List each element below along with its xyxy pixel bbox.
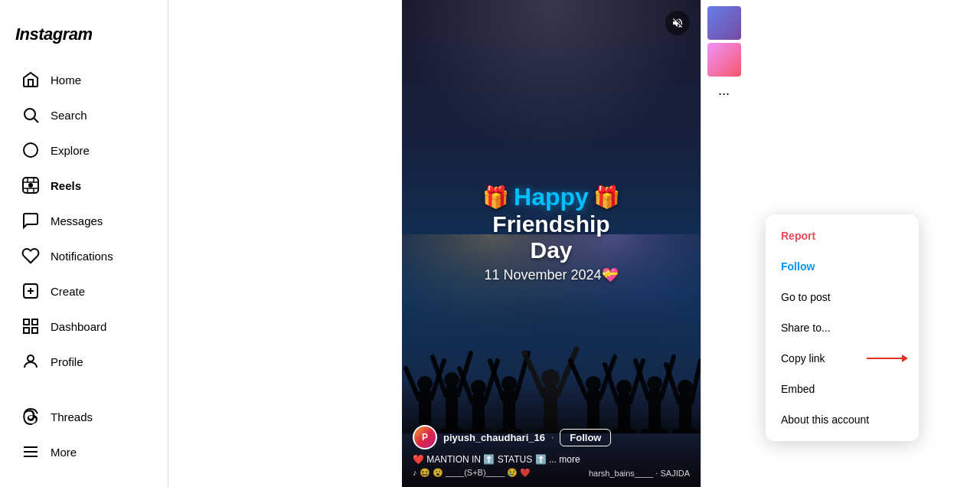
sidebar-item-dashboard[interactable]: Dashboard bbox=[6, 309, 162, 343]
svg-point-19 bbox=[28, 355, 34, 361]
svg-point-52 bbox=[586, 376, 601, 391]
sidebar-label-notifications: Notifications bbox=[51, 250, 113, 263]
sidebar-item-more[interactable]: More bbox=[6, 435, 162, 469]
app-logo: Instagram bbox=[0, 12, 168, 63]
svg-line-63 bbox=[635, 361, 648, 399]
reel-title-line3: 11 November 2024💝 bbox=[477, 266, 626, 283]
svg-point-27 bbox=[417, 376, 433, 391]
sidebar-label-more: More bbox=[51, 446, 77, 459]
svg-rect-16 bbox=[32, 319, 38, 325]
menu-item-go-to-post[interactable]: Go to post bbox=[766, 282, 919, 312]
explore-icon bbox=[21, 141, 40, 159]
reel-music-info: ♪ 😆 😮 ____(S+B)____ 😢 ❤️ bbox=[413, 468, 531, 478]
reel-caption: ❤️ MANTION IN ⬆️ STATUS ⬆️ ... more bbox=[413, 454, 690, 465]
reel-bottom: P piyush_chaudhari_16 · Follow ❤️ MANTIO… bbox=[402, 416, 701, 487]
main-content: 🎁 Happy 🎁 Friendship Day 11 November 202… bbox=[168, 0, 980, 487]
menu-item-copy-link[interactable]: Copy link bbox=[766, 343, 919, 374]
sidebar-item-explore[interactable]: Explore bbox=[6, 133, 162, 167]
copy-link-label: Copy link bbox=[781, 352, 825, 364]
emoji-left: 🎁 bbox=[482, 185, 509, 210]
sidebar-label-home: Home bbox=[51, 74, 81, 87]
reel-user-avatar: P bbox=[413, 425, 437, 449]
svg-point-47 bbox=[541, 369, 560, 387]
thumbnail-1[interactable] bbox=[707, 6, 741, 40]
sidebar-label-create: Create bbox=[51, 285, 85, 298]
reel-title-line1: 🎁 Happy 🎁 bbox=[477, 183, 626, 211]
menu-item-follow[interactable]: Follow bbox=[766, 251, 919, 282]
threads-icon bbox=[21, 407, 40, 426]
sidebar-item-search[interactable]: Search bbox=[6, 98, 162, 132]
more-options-button[interactable]: ··· bbox=[715, 83, 733, 105]
sidebar-item-profile[interactable]: Profile bbox=[6, 345, 162, 378]
emoji-right: 🎁 bbox=[593, 185, 620, 210]
sidebar-item-notifications[interactable]: Notifications bbox=[6, 239, 162, 273]
svg-rect-18 bbox=[32, 328, 38, 333]
search-icon bbox=[21, 106, 40, 124]
menu-item-embed[interactable]: Embed bbox=[766, 374, 919, 404]
date-emoji: 💝 bbox=[602, 267, 619, 283]
sidebar-label-reels: Reels bbox=[51, 179, 81, 192]
svg-marker-3 bbox=[28, 147, 34, 153]
sidebar-item-messages[interactable]: Messages bbox=[6, 204, 162, 237]
svg-line-1 bbox=[34, 119, 39, 123]
reel-right-tag: harsh_bains____ · SAJIDA bbox=[589, 469, 690, 478]
svg-line-69 bbox=[691, 361, 701, 403]
copy-link-arrow bbox=[867, 358, 903, 359]
reels-container: 🎁 Happy 🎁 Friendship Day 11 November 202… bbox=[402, 0, 701, 487]
sidebar-item-home[interactable]: Home bbox=[6, 63, 162, 96]
svg-line-64 bbox=[661, 357, 674, 399]
menu-item-share-to[interactable]: Share to... bbox=[766, 312, 919, 343]
svg-point-57 bbox=[616, 380, 632, 395]
svg-line-49 bbox=[557, 349, 577, 395]
reel-title-happy: Happy bbox=[514, 183, 589, 211]
sidebar-label-explore: Explore bbox=[51, 144, 90, 157]
thumb-image-2 bbox=[707, 43, 741, 77]
menu-item-about-account[interactable]: About this account bbox=[766, 404, 919, 435]
reels-icon bbox=[21, 176, 40, 194]
right-panel: ··· bbox=[701, 0, 746, 487]
svg-rect-17 bbox=[24, 328, 29, 333]
sidebar-item-create[interactable]: Create bbox=[6, 274, 162, 308]
svg-point-5 bbox=[28, 183, 33, 188]
reel-username: piyush_chaudhari_16 bbox=[443, 432, 545, 443]
reel-text-overlay: 🎁 Happy 🎁 Friendship Day 11 November 202… bbox=[477, 183, 626, 283]
svg-line-48 bbox=[524, 353, 544, 395]
dashboard-icon bbox=[21, 317, 40, 335]
svg-line-59 bbox=[630, 361, 643, 403]
thumb-image-1 bbox=[707, 6, 741, 40]
sidebar-item-reels[interactable]: Reels bbox=[6, 168, 162, 202]
notifications-icon bbox=[21, 247, 40, 265]
svg-point-67 bbox=[678, 380, 693, 395]
sidebar-label-threads: Threads bbox=[51, 410, 93, 423]
sidebar-label-dashboard: Dashboard bbox=[51, 320, 106, 333]
thumbnail-2[interactable] bbox=[707, 43, 741, 77]
home-icon bbox=[21, 70, 40, 89]
reel-user-row: P piyush_chaudhari_16 · Follow bbox=[413, 425, 690, 449]
svg-line-54 bbox=[599, 357, 615, 399]
sidebar-label-profile: Profile bbox=[51, 355, 83, 368]
reel-follow-button[interactable]: Follow bbox=[560, 429, 611, 446]
svg-point-62 bbox=[647, 376, 662, 391]
svg-line-28 bbox=[406, 368, 419, 399]
smoke-overlay bbox=[402, 0, 701, 153]
more-icon bbox=[21, 443, 40, 461]
svg-rect-15 bbox=[24, 319, 29, 325]
svg-line-44 bbox=[515, 353, 528, 399]
sidebar-bottom: Threads More bbox=[0, 400, 168, 475]
svg-line-29 bbox=[431, 361, 444, 399]
svg-line-53 bbox=[570, 361, 587, 399]
mute-button[interactable] bbox=[665, 11, 690, 35]
svg-point-37 bbox=[471, 380, 486, 395]
context-menu: Report Follow Go to post Share to... Cop… bbox=[766, 214, 919, 441]
profile-icon bbox=[21, 352, 40, 371]
menu-item-report[interactable]: Report bbox=[766, 221, 919, 251]
svg-point-2 bbox=[24, 143, 38, 157]
reel-item: 🎁 Happy 🎁 Friendship Day 11 November 202… bbox=[402, 0, 701, 487]
sidebar-item-threads[interactable]: Threads bbox=[6, 400, 162, 433]
svg-line-68 bbox=[666, 364, 679, 403]
create-icon bbox=[21, 282, 40, 300]
reel-separator: · bbox=[551, 432, 554, 443]
svg-line-34 bbox=[458, 353, 471, 395]
svg-line-43 bbox=[490, 361, 503, 399]
sidebar-label-search: Search bbox=[51, 109, 87, 122]
